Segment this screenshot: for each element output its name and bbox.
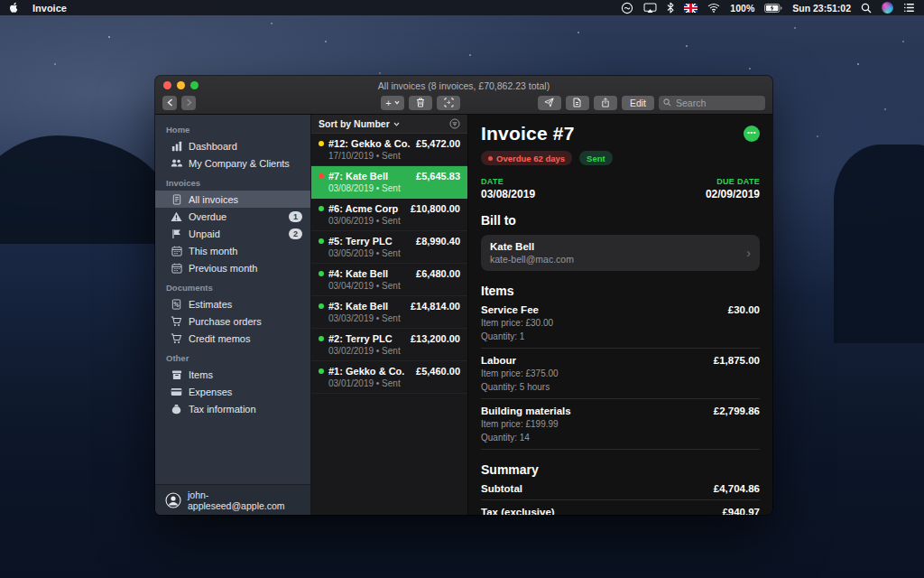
delete-button[interactable] — [409, 96, 432, 110]
sent-badge: Sent — [579, 151, 613, 165]
edit-button[interactable]: Edit — [622, 96, 654, 110]
sidebar-item[interactable]: Tax information — [155, 400, 310, 417]
window-title: All invoices (8 invoices, £70,862.23 tot… — [378, 77, 550, 91]
sidebar-item[interactable]: Unpaid 2 — [155, 225, 310, 242]
close-window-button[interactable] — [163, 81, 171, 89]
invoice-subtitle: 03/02/2019 • Sent — [328, 346, 460, 356]
search-input[interactable] — [674, 97, 761, 109]
search-field[interactable] — [659, 96, 765, 110]
forward-button[interactable] — [181, 96, 196, 110]
line-item-row[interactable]: Service Fee £30.00 Item price: £30.00 Qu… — [481, 298, 760, 349]
invoice-list-item[interactable]: #12: Gekko & Co. £5,472.00 17/10/2019 • … — [311, 134, 467, 166]
account-row[interactable]: john-appleseed@apple.com — [155, 484, 310, 515]
sidebar-item-label: Credit memos — [189, 333, 250, 344]
invoice-subtitle: 17/10/2019 • Sent — [328, 151, 460, 161]
sidebar-item-label: Dashboard — [189, 141, 237, 152]
sidebar-item-label: My Company & Clients — [189, 158, 290, 169]
invoice-list-item[interactable]: #6: Acme Corp £10,800.00 03/06/2019 • Se… — [311, 199, 467, 231]
sidebar: Home Dashboard My Company & Clients — [155, 115, 311, 515]
person-circle-icon — [165, 492, 181, 508]
status-dot — [319, 336, 324, 341]
status-item[interactable]: Sun 23:51:02 — [792, 3, 851, 14]
client-email: kate-bell@mac.com — [490, 254, 574, 265]
zoom-window-button[interactable] — [190, 81, 199, 89]
list-sort-header[interactable]: Sort by Number — [311, 115, 467, 134]
invoice-subtitle: 03/01/2019 • Sent — [328, 378, 460, 388]
line-item-quantity: Quantity: 14 — [481, 432, 760, 443]
invoice-list: Sort by Number #12: Gekko & Co. £5,472.0… — [311, 115, 468, 515]
line-item-name: Service Fee — [481, 304, 539, 315]
airplay-display-icon — [643, 3, 657, 14]
invoice-subtitle: 03/03/2019 • Sent — [328, 313, 460, 323]
people-icon — [171, 157, 182, 169]
client-card[interactable]: Kate Bell kate-bell@mac.com › — [481, 235, 760, 271]
status-item[interactable] — [667, 2, 674, 14]
status-item[interactable] — [764, 4, 782, 13]
invoice-detail-title: Invoice #7 — [481, 123, 575, 144]
scan-button[interactable] — [437, 96, 460, 110]
sidebar-item-label: This month — [189, 246, 237, 256]
sidebar-item[interactable]: Dashboard — [155, 137, 310, 154]
invoice-list-item[interactable]: #4: Kate Bell £6,480.00 03/04/2019 • Sen… — [311, 264, 467, 296]
share-button[interactable] — [594, 96, 617, 110]
invoice-list-item[interactable]: #3: Kate Bell £14,814.00 03/03/2019 • Se… — [311, 296, 467, 329]
sidebar-item[interactable]: All invoices — [155, 191, 310, 208]
line-item-name: Building materials — [481, 406, 571, 416]
sidebar-item[interactable]: My Company & Clients — [155, 154, 310, 172]
chevron-down-icon — [394, 100, 400, 105]
line-item-row[interactable]: Labour £1,875.00 Item price: £375.00 Qua… — [481, 349, 760, 399]
sidebar-item[interactable]: Purchase orders — [155, 312, 310, 330]
invoice-subtitle: 03/05/2019 • Sent — [328, 248, 460, 258]
sidebar-item[interactable]: Estimates — [155, 295, 310, 312]
invoice-list-item[interactable]: #7: Kate Bell £5,645.83 03/08/2019 • Sen… — [311, 166, 467, 199]
invoice-title: #12: Gekko & Co. — [328, 138, 410, 149]
status-item[interactable] — [882, 2, 893, 14]
filter-icon[interactable] — [449, 118, 460, 129]
minimize-window-button[interactable] — [177, 81, 185, 89]
status-item[interactable] — [903, 3, 915, 13]
invoice-title: #1: Gekko & Co. — [328, 366, 404, 377]
line-item-row[interactable]: Building materials £2,799.86 Item price:… — [481, 399, 760, 450]
status-item[interactable] — [707, 3, 720, 13]
sidebar-item[interactable]: This month — [155, 242, 310, 259]
sidebar-item[interactable]: Credit memos — [155, 330, 310, 347]
new-invoice-button[interactable]: + — [381, 96, 404, 110]
invoice-title: #7: Kate Bell — [328, 171, 388, 182]
sidebar-item-label: Purchase orders — [189, 316, 262, 327]
invoice-list-item[interactable]: #1: Gekko & Co. £5,460.00 03/01/2019 • S… — [311, 361, 467, 394]
bluetooth-icon — [667, 2, 674, 14]
scan-icon — [444, 98, 454, 107]
preview-button[interactable] — [566, 96, 589, 110]
status-item[interactable] — [643, 3, 657, 14]
sidebar-item[interactable]: Items — [155, 366, 310, 383]
back-button[interactable] — [162, 96, 177, 110]
invoice-list-item[interactable]: #2: Terry PLC £13,200.00 03/02/2019 • Se… — [311, 329, 467, 361]
warning-triangle-icon — [171, 210, 182, 222]
menu-app-name[interactable]: Invoice — [32, 3, 67, 14]
status-item[interactable] — [861, 3, 872, 14]
ellipsis-icon: ••• — [747, 128, 756, 136]
status-dot — [319, 303, 324, 309]
invoice-title: #4: Kate Bell — [328, 268, 388, 279]
status-item[interactable]: 100% — [730, 3, 754, 14]
status-dot — [319, 173, 324, 179]
sidebar-section-title: Documents — [155, 276, 310, 295]
sidebar-item-label: Expenses — [189, 387, 232, 397]
sidebar-item[interactable]: Expenses — [155, 383, 310, 400]
status-item[interactable] — [621, 2, 633, 14]
sidebar-item-label: Unpaid — [189, 228, 220, 239]
apple-menu-icon[interactable] — [9, 2, 19, 14]
overdue-badge: Overdue 62 days — [481, 151, 572, 165]
send-button[interactable] — [538, 96, 561, 110]
status-dot — [319, 206, 324, 211]
line-item-amount: £2,799.86 — [714, 406, 760, 416]
invoice-list-item[interactable]: #5: Terry PLC £8,990.40 03/05/2019 • Sen… — [311, 231, 467, 264]
sidebar-item[interactable]: Overdue 1 — [155, 208, 310, 225]
status-item[interactable] — [684, 4, 698, 13]
invoice-title: #6: Acme Corp — [328, 203, 398, 214]
more-actions-button[interactable]: ••• — [744, 126, 760, 142]
menu-bar: Invoice 100% — [0, 0, 924, 15]
sidebar-item[interactable]: Previous month — [155, 259, 310, 276]
invoice-amount: £8,990.40 — [416, 236, 460, 247]
invoice-amount: £5,472.00 — [416, 138, 460, 149]
